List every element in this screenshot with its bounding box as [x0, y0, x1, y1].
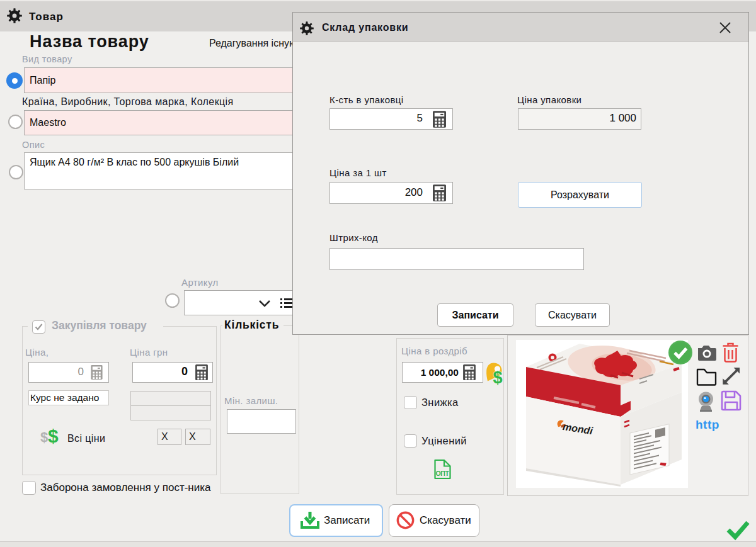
svg-text:$: $	[493, 368, 503, 386]
svg-text:ОПТ: ОПТ	[436, 470, 450, 477]
